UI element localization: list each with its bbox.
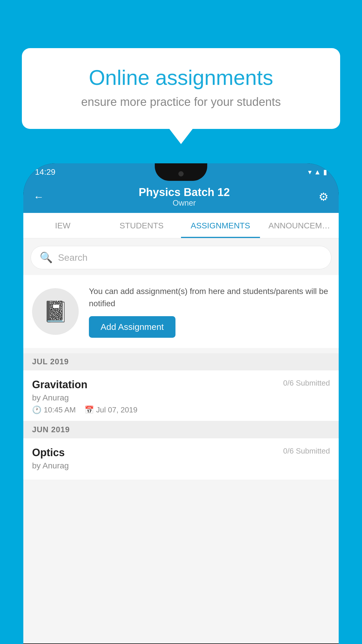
assignment-by-optics: by Anurag <box>32 461 330 470</box>
time-value: 10:45 AM <box>44 405 76 414</box>
content-area: 🔍 Search 📓 You can add assignment(s) fro… <box>23 239 339 643</box>
tab-students[interactable]: STUDENTS <box>102 213 181 238</box>
assignment-item-gravitation[interactable]: Gravitation 0/6 Submitted by Anurag 🕐 10… <box>23 370 339 421</box>
assignment-top: Gravitation 0/6 Submitted <box>32 379 330 391</box>
assignment-name-optics: Optics <box>32 447 65 459</box>
notebook-icon-circle: 📓 <box>32 288 79 335</box>
add-assignment-content: You can add assignment(s) from here and … <box>89 285 330 338</box>
battery-icon: ▮ <box>323 168 327 176</box>
tab-assignments[interactable]: ASSIGNMENTS <box>181 213 260 238</box>
assignment-date: 📅 Jul 07, 2019 <box>85 405 138 414</box>
signal-icon: ▲ <box>314 168 321 176</box>
status-icons: ▾ ▲ ▮ <box>308 168 327 176</box>
section-header-jun: JUN 2019 <box>23 421 339 438</box>
assignment-name: Gravitation <box>32 379 87 391</box>
speech-bubble-subtitle: ensure more practice for your students <box>45 95 317 108</box>
tabs-bar: IEW STUDENTS ASSIGNMENTS ANNOUNCEM… <box>23 213 339 239</box>
back-button[interactable]: ← <box>34 191 44 203</box>
notebook-icon: 📓 <box>43 300 68 323</box>
add-assignment-description: You can add assignment(s) from here and … <box>89 285 330 310</box>
phone-device: 14:29 ▾ ▲ ▮ ← Physics Batch 12 Owner ⚙ I… <box>23 163 339 644</box>
section-header-jul: JUL 2019 <box>23 353 339 370</box>
assignment-top-optics: Optics 0/6 Submitted <box>32 447 330 459</box>
tab-announcements[interactable]: ANNOUNCEM… <box>260 213 339 238</box>
camera-dot <box>178 171 184 176</box>
clock-icon: 🕐 <box>32 405 41 414</box>
speech-bubble-card: Online assignments ensure more practice … <box>22 48 340 129</box>
tab-iew[interactable]: IEW <box>23 213 102 238</box>
assignment-submitted-optics: 0/6 Submitted <box>283 447 330 456</box>
add-assignment-button[interactable]: Add Assignment <box>89 316 175 338</box>
assignment-by: by Anurag <box>32 393 330 402</box>
status-time: 14:29 <box>35 167 55 177</box>
app-header: ← Physics Batch 12 Owner ⚙ <box>23 181 339 213</box>
assignment-item-optics[interactable]: Optics 0/6 Submitted by Anurag <box>23 438 339 480</box>
assignment-submitted-count: 0/6 Submitted <box>283 379 330 388</box>
assignment-time: 🕐 10:45 AM <box>32 405 76 414</box>
calendar-icon: 📅 <box>85 405 94 414</box>
status-bar: 14:29 ▾ ▲ ▮ <box>23 163 339 181</box>
search-placeholder: Search <box>58 252 87 263</box>
assignment-meta: 🕐 10:45 AM 📅 Jul 07, 2019 <box>32 405 330 414</box>
page-title: Physics Batch 12 <box>50 186 319 199</box>
header-center: Physics Batch 12 Owner <box>50 186 319 208</box>
settings-button[interactable]: ⚙ <box>319 190 328 203</box>
search-bar[interactable]: 🔍 Search <box>31 246 331 269</box>
header-subtitle: Owner <box>50 199 319 208</box>
speech-bubble-title: Online assignments <box>45 66 317 90</box>
phone-notch <box>155 163 207 181</box>
search-icon: 🔍 <box>40 251 53 264</box>
wifi-icon: ▾ <box>308 168 312 176</box>
add-assignment-card: 📓 You can add assignment(s) from here an… <box>23 275 339 348</box>
date-value: Jul 07, 2019 <box>96 405 138 414</box>
